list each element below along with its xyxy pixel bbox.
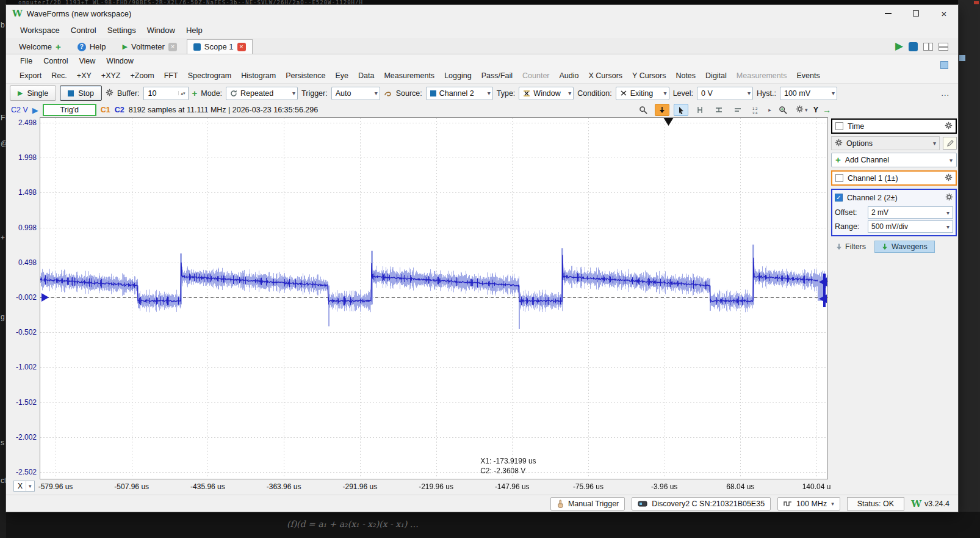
minimize-button[interactable]: [874, 5, 902, 22]
zoom-in-button[interactable]: [776, 104, 790, 116]
stop-button[interactable]: Stop: [60, 85, 102, 101]
plot-settings-button[interactable]: ▾: [794, 104, 809, 116]
view-toolbar-item-xyz[interactable]: +XYZ: [96, 70, 126, 82]
view-toolbar-item-audio[interactable]: Audio: [555, 70, 584, 82]
tab-voltmeter[interactable]: ▶ Voltmeter ×: [115, 39, 183, 54]
add-channel-dropdown[interactable]: + Add Channel: [831, 153, 957, 167]
stop-all-icon[interactable]: [909, 42, 918, 51]
tab-welcome[interactable]: Welcome +: [12, 39, 68, 54]
filters-button[interactable]: Filters: [832, 241, 870, 252]
wavegens-button[interactable]: Wavegens: [874, 241, 935, 253]
pointer-mode-button[interactable]: [674, 104, 688, 116]
condition-select[interactable]: Exiting: [616, 87, 669, 100]
view-toolbar-item-digital[interactable]: Digital: [701, 70, 732, 82]
layout-split-horizontal-icon[interactable]: [939, 43, 948, 51]
add-acquisition-icon[interactable]: +: [192, 90, 198, 96]
time-checkbox[interactable]: [835, 122, 843, 130]
view-toolbar-item-fft[interactable]: FFT: [159, 70, 183, 82]
channel-1-panel-header[interactable]: Channel 1 (1±): [831, 170, 957, 186]
trigger-position-button[interactable]: [655, 104, 669, 116]
frequency-button[interactable]: 100 MHz ▾: [777, 497, 840, 511]
view-toolbar-item-measurements[interactable]: Measurements: [379, 70, 439, 82]
manual-trigger-button[interactable]: Manual Trigger: [550, 497, 625, 511]
view-toolbar-item-persistence[interactable]: Persistence: [281, 70, 330, 82]
tab-scope-1[interactable]: Scope 1 ×: [187, 39, 253, 54]
chevron-down-icon[interactable]: ▸: [768, 107, 771, 113]
view-toolbar-item-events[interactable]: Events: [792, 70, 825, 82]
channel-2-badge[interactable]: C2: [115, 106, 124, 114]
more-options-button[interactable]: ...: [942, 89, 954, 98]
channel-1-badge[interactable]: C1: [101, 106, 110, 114]
gear-icon[interactable]: [945, 173, 953, 183]
view-toolbar-item-counter[interactable]: Counter: [517, 70, 554, 82]
view-toolbar-item-logging[interactable]: Logging: [439, 70, 477, 82]
scope-menu-item-file[interactable]: File: [15, 56, 38, 67]
view-toolbar-item-spectrogram[interactable]: Spectrogram: [183, 70, 237, 82]
scope-main-area: 2.4981.9981.4980.9980.498-0.002-0.502-1.…: [6, 117, 958, 493]
rope-icon[interactable]: [384, 90, 392, 97]
y-axis-mode-label[interactable]: Y: [813, 106, 818, 114]
axis-expand-icon[interactable]: ▶: [32, 106, 38, 115]
view-toolbar-item-rec[interactable]: Rec.: [46, 70, 72, 82]
hysteresis-select[interactable]: 100 mV: [780, 87, 837, 100]
menu-item-help[interactable]: Help: [181, 24, 208, 37]
channel-2-checkbox[interactable]: ✓: [835, 194, 843, 202]
tab-scope-1-close-icon[interactable]: ×: [237, 43, 246, 51]
gear-icon[interactable]: [106, 89, 113, 98]
range-select[interactable]: 500 mV/div: [868, 220, 953, 233]
level-select[interactable]: 0 V: [697, 87, 753, 100]
forward-arrow-icon[interactable]: →: [823, 105, 831, 115]
status-badge: Status: OK: [847, 497, 904, 511]
view-toolbar-item-measurements[interactable]: Measurements: [732, 70, 792, 82]
scope-menu-item-view[interactable]: View: [73, 56, 101, 67]
view-toolbar-item-pass-fail[interactable]: Pass/Fail: [477, 70, 517, 82]
offset-select[interactable]: 2 mV: [868, 206, 953, 219]
single-button[interactable]: ▶ Single: [10, 85, 56, 101]
run-all-icon[interactable]: ▶: [895, 42, 903, 51]
channel-2-panel-header[interactable]: ✓ Channel 2 (2±): [835, 191, 953, 205]
scope-plot-canvas[interactable]: [40, 118, 827, 478]
menu-item-workspace[interactable]: Workspace: [15, 24, 65, 37]
view-toolbar-item-zoom[interactable]: +Zoom: [125, 70, 159, 82]
horizontal-cursors-button[interactable]: [712, 104, 726, 116]
menu-item-window[interactable]: Window: [142, 24, 181, 37]
layout-split-vertical-icon[interactable]: [923, 43, 933, 51]
scope-menu-item-control[interactable]: Control: [38, 56, 73, 67]
tab-help[interactable]: ? Help: [71, 39, 113, 54]
quad-view-button[interactable]: 1 23 4: [749, 104, 764, 116]
mode-select[interactable]: Repeated: [226, 87, 298, 100]
type-select[interactable]: Window: [519, 87, 574, 100]
view-toolbar-item-histogram[interactable]: Histogram: [236, 70, 281, 82]
view-toolbar-item-data[interactable]: Data: [353, 70, 379, 82]
view-toolbar-item-y-cursors[interactable]: Y Cursors: [627, 70, 671, 82]
source-select[interactable]: Channel 2: [426, 87, 493, 100]
vertical-cursors-button[interactable]: [693, 104, 707, 116]
gear-icon[interactable]: [945, 193, 953, 203]
dock-icon[interactable]: [940, 61, 948, 69]
scope-menu-item-window[interactable]: Window: [101, 56, 139, 67]
view-toolbar-item-notes[interactable]: Notes: [671, 70, 701, 82]
view-toolbar-item-xy[interactable]: +XY: [72, 70, 96, 82]
view-toolbar-item-eye[interactable]: Eye: [330, 70, 353, 82]
x-axis-channel-selector[interactable]: X ▾: [13, 481, 35, 492]
view-toolbar-item-export[interactable]: Export: [15, 70, 46, 82]
channel-1-checkbox[interactable]: [835, 174, 843, 182]
reference-levels-button[interactable]: [730, 104, 745, 116]
tab-voltmeter-close-icon[interactable]: ×: [168, 43, 177, 51]
close-button[interactable]: ×: [930, 5, 958, 22]
background-text-fragment: b: [1, 21, 5, 29]
stepper-arrows-icon[interactable]: ▴▾: [178, 91, 188, 95]
menu-item-settings[interactable]: Settings: [102, 24, 142, 37]
zoom-tool-button[interactable]: [636, 104, 650, 116]
trigger-select[interactable]: Auto: [331, 87, 380, 100]
options-dropdown[interactable]: Options: [831, 136, 940, 150]
maximize-button[interactable]: [902, 5, 930, 22]
device-button[interactable]: Discovery2 C SN:210321B05E35: [632, 497, 771, 511]
notes-button[interactable]: [943, 137, 957, 150]
time-panel-header[interactable]: Time: [831, 118, 957, 134]
view-toolbar-item-x-cursors[interactable]: X Cursors: [584, 70, 628, 82]
gear-icon[interactable]: [945, 122, 953, 131]
menu-item-control[interactable]: Control: [65, 24, 102, 37]
vertical-axis-channel-label[interactable]: C2 V: [11, 106, 28, 114]
buffer-stepper[interactable]: 10 ▴▾: [143, 87, 189, 100]
